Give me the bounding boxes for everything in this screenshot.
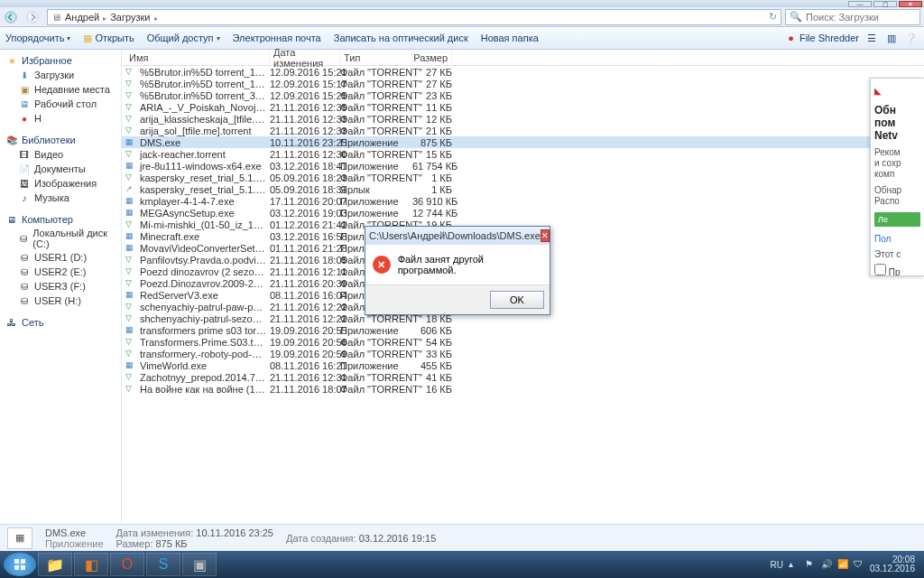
file-date: 10.11.2016 23:25 (270, 137, 340, 148)
window-min-button[interactable]: — (848, 1, 872, 7)
table-row[interactable]: ▦kmplayer-4-1-4-7.exe17.11.2016 20:07При… (122, 195, 924, 207)
tray-lang[interactable]: RU (770, 560, 782, 570)
sidebar-item-videos[interactable]: 🎞Видео (0, 147, 121, 162)
col-name[interactable]: Имя (125, 50, 270, 65)
sidebar-item-drive-h[interactable]: ⛁USER (H:) (0, 294, 121, 308)
taskbar-app1[interactable]: ◧ (74, 553, 108, 576)
search-input[interactable]: 🔍 Поиск: Загрузки (785, 9, 920, 25)
kpop-link[interactable]: Пол (874, 234, 920, 244)
tray-shield-icon[interactable]: 🛡 (854, 559, 864, 570)
dialog-close-button[interactable]: ✕ (541, 229, 550, 242)
music-icon: ♪ (18, 191, 31, 204)
open-icon: ▦ (83, 33, 92, 44)
taskbar-skype[interactable]: S (146, 553, 180, 576)
sidebar-item-drive-f[interactable]: ⛁USER3 (F:) (0, 279, 121, 294)
recent-icon: ▣ (18, 83, 31, 96)
table-row[interactable]: ▽arija_klassicheskaja_[tfile.co].torrent… (122, 113, 924, 125)
sidebar-item-downloads[interactable]: ⬇Загрузки (0, 68, 121, 82)
sidebar-group-network[interactable]: 🖧Сеть (0, 315, 121, 330)
window-max-button[interactable]: ▢ (873, 1, 897, 7)
col-type[interactable]: Тип (340, 50, 412, 65)
tray-clock[interactable]: 20:0803.12.2016 (870, 555, 915, 573)
open-button[interactable]: ▦Открыть (83, 33, 134, 44)
sidebar-item-drive-e[interactable]: ⛁USER2 (E:) (0, 265, 121, 279)
table-row[interactable]: ▽Transformers.Prime.S03.torrent19.09.201… (122, 336, 924, 348)
dialog-ok-button[interactable]: OK (490, 291, 544, 309)
sidebar-item-documents[interactable]: 📄Документы (0, 162, 121, 176)
taskbar-app2[interactable]: ▣ (182, 553, 217, 576)
table-row[interactable]: ▦transformers prime s03 torrent.exe19.09… (122, 324, 924, 336)
view-options-button[interactable]: ☰ (864, 31, 879, 45)
tray-volume-icon[interactable]: 🔊 (821, 559, 832, 570)
file-date: 21.11.2016 12:11 (270, 266, 340, 277)
refresh-icon[interactable]: ↻ (769, 11, 777, 23)
file-date: 21.11.2016 12:30 (270, 149, 340, 160)
sidebar-group-favorites[interactable]: ★Избранное (0, 53, 121, 68)
tray-flag-icon[interactable]: ⚑ (805, 559, 816, 570)
tray-arrow-icon[interactable]: ▴ (789, 559, 799, 570)
taskbar-opera[interactable]: O (110, 553, 144, 576)
file-icon: ▽ (125, 126, 138, 136)
window-close-button[interactable]: ✕ (899, 1, 922, 7)
col-date[interactable]: Дата изменения (270, 50, 340, 65)
sidebar-item-pictures[interactable]: 🖼Изображения (0, 176, 121, 191)
file-icon: ▽ (125, 90, 138, 101)
dialog-titlebar[interactable]: C:\Users\Андрей\Downloads\DMS.exe ✕ (365, 227, 550, 245)
sidebar-item-desktop[interactable]: 🖥Рабочий стол (0, 97, 121, 111)
organize-button[interactable]: Упорядочить (5, 33, 70, 43)
tray-network-icon[interactable]: 📶 (837, 559, 848, 570)
sidebar-group-libraries[interactable]: 📚Библиотеки (0, 133, 121, 147)
file-date: 05.09.2016 18:23 (270, 172, 340, 183)
taskbar-explorer[interactable]: 📁 (38, 553, 72, 576)
file-date: 21.11.2016 18:07 (270, 384, 340, 395)
table-row[interactable]: ▦jre-8u111-windows-x64.exe03.12.2016 18:… (122, 160, 924, 172)
col-size[interactable]: Размер (412, 50, 452, 65)
table-row[interactable]: ▽%5Brutor.in%5D torrent_382925.torrent12… (122, 89, 924, 101)
file-name: jre-8u111-windows-x64.exe (140, 161, 262, 172)
table-row[interactable]: ▽kaspersky_reset_trial_5.1.0.29.exe.torr… (122, 172, 924, 183)
table-row[interactable]: ▦VimeWorld.exe08.11.2016 16:21Приложение… (122, 359, 924, 371)
file-type: Приложение (340, 196, 412, 207)
sidebar-item-recent[interactable]: ▣Недавние места (0, 82, 121, 97)
table-row[interactable]: ↗kaspersky_reset_trial_5.1.0.29.exe.torr… (122, 183, 924, 195)
breadcrumb-seg[interactable]: Андрей (65, 12, 106, 23)
table-row[interactable]: ▽arija_sol_[tfile.me].torrent21.11.2016 … (122, 125, 924, 136)
table-row[interactable]: ▽ARIA_-_V_Poiskah_Novoj_Zhertvy_(AntiS…2… (122, 101, 924, 113)
table-row[interactable]: ▽%5Brutor.in%5D torrent_138413 (1).torre… (122, 66, 924, 78)
sidebar-item-h[interactable]: ●Н (0, 111, 121, 126)
start-button[interactable] (4, 553, 36, 576)
share-button[interactable]: Общий доступ (147, 33, 220, 43)
picture-icon: 🖼 (18, 177, 31, 190)
preview-pane-button[interactable]: ▥ (884, 31, 899, 45)
newfolder-button[interactable]: Новая папка (481, 33, 539, 43)
sidebar-group-computer[interactable]: 🖥Компьютер (0, 212, 121, 227)
table-row[interactable]: ▽%5Brutor.in%5D torrent_138413.torrent12… (122, 78, 924, 89)
burn-button[interactable]: Записать на оптический диск (334, 33, 468, 43)
table-row[interactable]: ▦DMS.exe10.11.2016 23:25Приложение875 КБ (122, 136, 924, 148)
breadcrumb-seg[interactable]: Загрузки (110, 12, 157, 23)
sidebar-item-drive-d[interactable]: ⛁USER1 (D:) (0, 250, 121, 265)
nav-back-button[interactable] (0, 8, 22, 26)
table-row[interactable]: ▽transformery.-roboty-pod-prikrytiem-tra… (122, 348, 924, 359)
email-button[interactable]: Электронная почта (233, 33, 321, 43)
table-row[interactable]: ▽Zachotnyy_prepod.2014.720p.BluRay.x26…2… (122, 371, 924, 383)
sidebar-item-drive-c[interactable]: ⛁Локальный диск (C:) (0, 227, 121, 250)
details-filename: DMS.exe (45, 527, 104, 538)
file-shredder-button[interactable]: File Shredder (799, 33, 859, 43)
kpop-action-button[interactable]: Ле (874, 212, 920, 227)
table-row[interactable]: ▽jack-reacher.torrent21.11.2016 12:30Фай… (122, 148, 924, 160)
table-row[interactable]: ▦MEGAsyncSetup.exe03.12.2016 19:03Прилож… (122, 207, 924, 219)
file-name: jack-reacher.torrent (140, 149, 226, 160)
document-icon: 📄 (18, 163, 31, 175)
breadcrumb[interactable]: 🖥 Андрей Загрузки ↻ (47, 9, 781, 25)
sidebar-item-music[interactable]: ♪Музыка (0, 191, 121, 205)
table-row[interactable]: ▽На войне как на войне (1969) DVDRip от…… (122, 383, 924, 395)
file-name: shchenyachiy-patrul-sezon-3-400x.torrent (140, 313, 266, 324)
kpop-checkbox[interactable] (874, 264, 886, 275)
help-button[interactable]: ❔ (904, 31, 919, 45)
file-name: RedServerV3.exe (140, 290, 218, 301)
file-name: VimeWorld.exe (140, 360, 207, 371)
nav-forward-button[interactable] (22, 8, 43, 26)
file-type: Файл "TORRENT" (340, 126, 412, 136)
file-date: 08.11.2016 16:04 (270, 290, 340, 301)
